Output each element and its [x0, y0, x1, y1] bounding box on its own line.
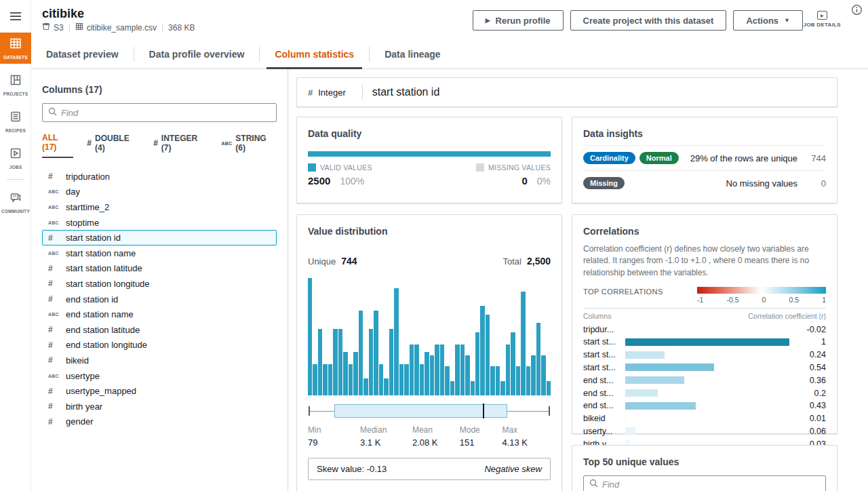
sidebar-item-projects[interactable]: PROJECTS: [0, 69, 31, 100]
histogram-bar: [541, 355, 545, 395]
histogram-bar: [465, 355, 469, 395]
rerun-profile-button[interactable]: ▶ Rerun profile: [473, 10, 564, 31]
histogram-bar: [313, 364, 317, 395]
column-item[interactable]: ABCusertype: [42, 368, 277, 384]
sidebar-item-community[interactable]: COMMUNITY: [0, 186, 31, 218]
play-icon: ▶: [486, 17, 490, 24]
card-title: Value distribution: [308, 226, 551, 237]
column-item[interactable]: ABCstarttime_2: [42, 199, 277, 215]
column-item[interactable]: #end station latitude: [42, 322, 277, 338]
column-item[interactable]: #birth year: [42, 399, 277, 414]
histogram-bar: [399, 364, 403, 395]
recipes-list-icon: [9, 111, 22, 125]
insight-row-cardinality: Cardinality Normal 29% of the rows are u…: [583, 145, 826, 164]
column-item[interactable]: #usertype_mapped: [42, 383, 277, 399]
search-icon: [589, 478, 598, 490]
histogram-bar: [526, 366, 530, 395]
tab-data-lineage[interactable]: Data lineage: [370, 39, 455, 68]
create-project-button[interactable]: Create project with this dataset: [570, 10, 727, 31]
quality-bar-valid: [308, 151, 551, 157]
correlation-bar: [625, 364, 714, 371]
column-item[interactable]: #start station longitude: [42, 276, 277, 292]
histogram-bar: [460, 345, 465, 395]
stat-min: Min79: [308, 425, 321, 448]
histogram-bar: [435, 345, 439, 395]
number-type-icon: #: [48, 172, 66, 181]
tab-data-profile-overview[interactable]: Data profile overview: [134, 39, 260, 68]
card-title: Data insights: [583, 128, 826, 139]
column-item[interactable]: ABCday: [42, 184, 277, 200]
number-type-icon: #: [48, 325, 66, 334]
column-item[interactable]: #bikeid: [42, 353, 277, 368]
top-values-search-input[interactable]: [602, 479, 820, 490]
missing-values-legend: MISSING VALUES: [476, 163, 551, 172]
insight-row-missing: Missing No missing values 0: [583, 170, 826, 189]
correlation-bar: [625, 351, 665, 359]
sidebar-item-recipes[interactable]: RECIPES: [0, 106, 31, 137]
histogram-bar: [516, 366, 520, 395]
job-details-button[interactable]: ▶ JOB DETAILS: [803, 11, 841, 28]
meta-divider: [162, 24, 163, 32]
histogram-bar: [369, 329, 373, 395]
hamburger-menu-icon[interactable]: [0, 0, 31, 33]
info-icon[interactable]: [851, 4, 863, 18]
top-header: citibike S3 citibike_sample.csv 368 KB ▶: [31, 0, 868, 39]
histogram-bar: [349, 364, 353, 395]
column-item[interactable]: #gender: [42, 414, 277, 430]
columns-panel: Columns (17) ALL (17) # DOUBLE (4) # INT…: [31, 69, 288, 491]
skew-value: Skew value: -0.13: [317, 464, 387, 474]
column-item[interactable]: ABCstart station name: [42, 246, 277, 261]
histogram-bar: [374, 311, 378, 395]
tab-column-statistics[interactable]: Column statistics: [260, 39, 369, 68]
column-item[interactable]: #start station latitude: [42, 261, 277, 277]
distribution-stats: Min79 Median3.1 K Mean2.08 K Mode151 Max…: [308, 425, 551, 448]
histogram-bar: [318, 329, 322, 395]
skew-box: Skew value: -0.13 Negative skew: [308, 458, 551, 480]
column-item[interactable]: #end station id: [42, 292, 277, 307]
number-type-icon: #: [48, 264, 66, 273]
filter-double[interactable]: # DOUBLE (4): [87, 133, 140, 158]
number-type-icon: #: [48, 401, 66, 411]
filter-all[interactable]: ALL (17): [42, 133, 73, 158]
valid-percent: 100%: [340, 176, 364, 186]
filter-integer[interactable]: # INTEGER (7): [153, 133, 208, 158]
stat-max: Max4.13 K: [502, 425, 528, 448]
columns-search-input[interactable]: [61, 108, 271, 118]
data-insights-card: Data insights Cardinality Normal 29% of …: [572, 117, 837, 203]
string-type-icon: ABC: [48, 312, 66, 317]
histogram-bar: [414, 345, 418, 395]
histogram-bar: [450, 381, 454, 395]
search-icon: [48, 106, 57, 119]
column-item[interactable]: ABCend station name: [42, 307, 277, 322]
boxplot-min-cap: [309, 406, 310, 416]
column-item[interactable]: #tripduration: [42, 169, 277, 184]
meta-divider: [69, 24, 70, 32]
boxplot-max-cap: [549, 406, 550, 416]
histogram-bar: [420, 364, 424, 395]
source-badge: S3: [42, 22, 64, 33]
histogram-bar: [500, 381, 505, 395]
column-item[interactable]: #end station longitude: [42, 338, 277, 353]
column-type-label: Integer: [318, 87, 345, 98]
column-item-selected[interactable]: #start station id: [42, 230, 277, 246]
filter-string[interactable]: ABC STRING (6): [222, 133, 277, 158]
correlation-scale: -1 -0.5 0 0.5 1: [697, 287, 826, 304]
number-type-icon: #: [48, 233, 66, 243]
boxplot-box[interactable]: [334, 404, 507, 418]
histogram-bar: [486, 315, 490, 395]
tab-dataset-preview[interactable]: Dataset preview: [31, 39, 134, 68]
columns-panel-title: Columns (17): [42, 84, 277, 95]
sidebar-item-jobs[interactable]: JOBS: [0, 142, 31, 174]
valid-count: 2500: [308, 175, 330, 186]
histogram-bar: [379, 364, 383, 395]
sidebar-item-datasets[interactable]: DATASETS: [0, 33, 31, 64]
card-title: Correlations: [583, 226, 826, 237]
missing-swatch-icon: [476, 163, 484, 172]
column-item[interactable]: ABCstoptime: [42, 215, 277, 231]
histogram-bar: [455, 345, 459, 395]
histogram-bar: [521, 292, 525, 395]
correlation-bar: [625, 427, 635, 435]
actions-dropdown-button[interactable]: Actions ▼: [733, 10, 803, 31]
normal-badge: Normal: [639, 152, 679, 164]
s3-bucket-icon: [42, 22, 50, 33]
